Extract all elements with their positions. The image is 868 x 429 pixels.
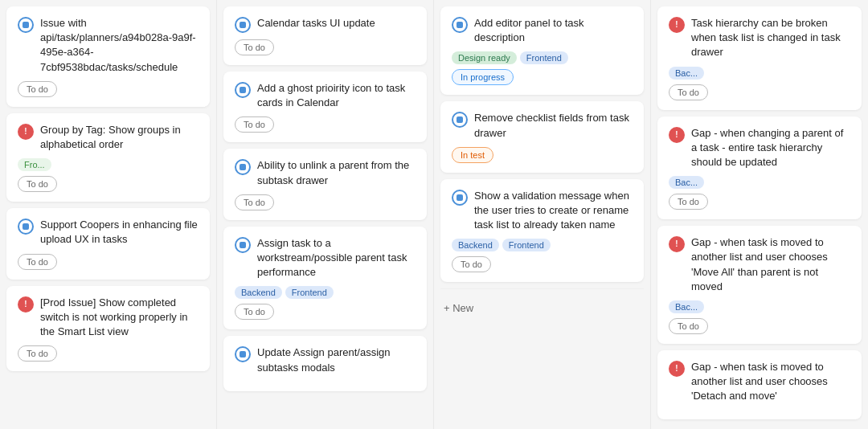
card-title: Gap - when changing a parent of a task -… <box>691 126 850 170</box>
task-icon <box>235 159 251 175</box>
badge-row: BackendFrontend <box>235 286 416 299</box>
task-icon <box>235 237 251 253</box>
card-title: Gap - when task is moved to another list… <box>691 235 850 294</box>
badge: Frontend <box>520 51 568 64</box>
column-4: !Task hierarchy can be broken when task … <box>651 0 868 429</box>
status-pill[interactable]: In progress <box>452 69 514 85</box>
badge: Design ready <box>452 51 517 64</box>
badge-row: Design readyFrontend <box>452 51 633 64</box>
card[interactable]: !Gap - when task is moved to another lis… <box>657 226 862 344</box>
card-title: Support Coopers in enhancing file upload… <box>40 218 199 247</box>
status-pill[interactable]: In test <box>452 147 493 163</box>
bug-icon: ! <box>669 236 685 252</box>
status-pill[interactable]: To do <box>18 345 57 362</box>
card[interactable]: Add a ghost prioirity icon to task cards… <box>223 72 427 142</box>
badge-row: Bac... <box>669 300 850 313</box>
task-icon <box>452 17 468 33</box>
badge: Bac... <box>669 67 704 80</box>
card[interactable]: Ability to unlink a parent from the subt… <box>223 149 427 219</box>
card-title: Remove checklist fields from task drawer <box>474 111 633 140</box>
task-icon <box>235 82 251 98</box>
status-pill[interactable]: To do <box>452 256 491 272</box>
card-title: Task hierarchy can be broken when task l… <box>691 16 850 60</box>
card[interactable]: Show a validation message when the user … <box>440 179 644 283</box>
badge: Backend <box>235 286 282 299</box>
card[interactable]: Calendar tasks UI updateTo do <box>223 6 427 65</box>
card-title: Ability to unlink a parent from the subt… <box>257 158 416 187</box>
card[interactable]: Issue with api/task/planners/a94b028a-9a… <box>6 6 210 107</box>
bug-icon: ! <box>669 127 685 143</box>
card[interactable]: Support Coopers in enhancing file upload… <box>6 208 210 279</box>
card-title: Update Assign parent/assign subtasks mod… <box>257 345 416 374</box>
card-title: Issue with api/task/planners/a94b028a-9a… <box>40 16 199 75</box>
badge: Backend <box>452 239 499 251</box>
card-title: Calendar tasks UI update <box>257 16 375 31</box>
task-icon <box>452 112 468 128</box>
badge: Frontend <box>502 239 551 251</box>
status-pill[interactable]: To do <box>235 116 274 133</box>
badge-row: Bac... <box>669 67 850 80</box>
task-icon <box>235 17 251 33</box>
card-title: Add a ghost prioirity icon to task cards… <box>257 81 416 110</box>
card-title: Group by Tag: Show groups in alphabetica… <box>40 123 199 152</box>
status-pill[interactable]: To do <box>18 254 57 270</box>
task-icon <box>18 17 34 33</box>
card-title: Add editor panel to task description <box>474 16 633 45</box>
status-pill[interactable]: To do <box>669 318 708 334</box>
kanban-board: Issue with api/task/planners/a94b028a-9a… <box>0 0 868 429</box>
task-icon <box>235 346 251 362</box>
card[interactable]: Remove checklist fields from task drawer… <box>440 101 644 172</box>
column-1: Issue with api/task/planners/a94b028a-9a… <box>0 0 217 429</box>
badge-row: BackendFrontend <box>452 239 633 251</box>
status-pill[interactable]: To do <box>18 176 57 192</box>
badge-row: Bac... <box>669 176 850 189</box>
card[interactable]: !Task hierarchy can be broken when task … <box>657 6 862 110</box>
status-pill[interactable]: To do <box>669 84 708 100</box>
column-3: Add editor panel to task descriptionDesi… <box>434 0 651 429</box>
status-pill[interactable]: To do <box>235 39 274 55</box>
card[interactable]: Add editor panel to task descriptionDesi… <box>440 6 644 95</box>
badge: Frontend <box>285 286 334 299</box>
status-pill[interactable]: To do <box>235 194 274 210</box>
badge-row: Fro... <box>18 158 199 171</box>
card-title: Show a validation message when the user … <box>474 189 633 233</box>
card-title: Gap - when task is moved to another list… <box>691 360 850 404</box>
card-title: [Prod Issue] Show completed switch is no… <box>40 296 199 340</box>
badge: Fro... <box>18 158 51 171</box>
card[interactable]: ![Prod Issue] Show completed switch is n… <box>6 286 210 372</box>
bug-icon: ! <box>669 17 685 33</box>
card[interactable]: !Gap - when task is moved to another lis… <box>657 350 862 420</box>
card-title: Assign task to a workstream/possible par… <box>257 236 416 280</box>
card[interactable]: Assign task to a workstream/possible par… <box>223 227 427 330</box>
column-2: Calendar tasks UI updateTo doAdd a ghost… <box>217 0 434 429</box>
task-icon <box>18 219 34 235</box>
card[interactable]: Update Assign parent/assign subtasks mod… <box>223 336 427 390</box>
bug-icon: ! <box>18 124 34 140</box>
bug-icon: ! <box>669 361 685 377</box>
status-pill[interactable]: To do <box>235 304 274 320</box>
card[interactable]: !Group by Tag: Show groups in alphabetic… <box>6 113 210 202</box>
badge: Bac... <box>669 176 704 189</box>
card[interactable]: !Gap - when changing a parent of a task … <box>657 116 862 220</box>
add-new-button[interactable]: + New <box>440 296 644 321</box>
badge: Bac... <box>669 300 704 313</box>
status-pill[interactable]: To do <box>669 194 708 210</box>
bug-icon: ! <box>18 296 34 313</box>
task-icon <box>452 190 468 206</box>
status-pill[interactable]: To do <box>18 81 57 97</box>
